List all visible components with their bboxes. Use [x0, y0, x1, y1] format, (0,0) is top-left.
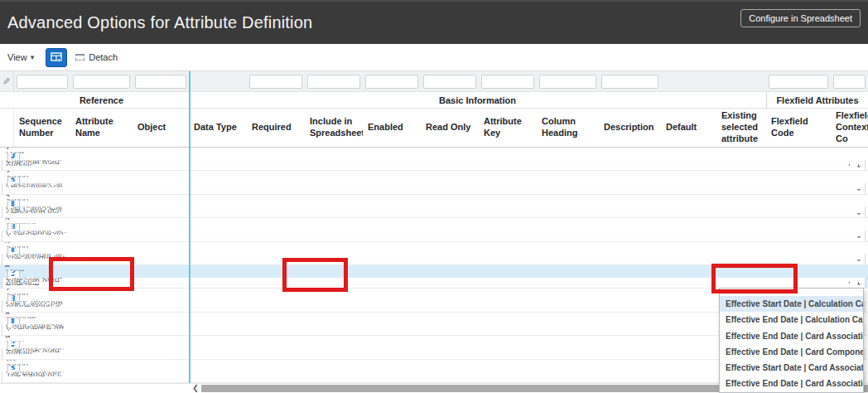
filter-cell-default — [661, 71, 716, 91]
filter-input-required[interactable] — [249, 75, 302, 89]
flexfield-context-input[interactable] — [2, 240, 866, 241]
flexfield-context-input[interactable] — [2, 192, 866, 194]
dropdown-option[interactable]: Effective End Date | Card Association|~ — [720, 328, 863, 344]
cell-flexfield-context — [0, 192, 868, 194]
filter-cell-existing-selected-attribute — [716, 71, 766, 91]
calendar-icon[interactable] — [849, 164, 859, 166]
edit-pencil-icon: ✎ — [2, 76, 10, 87]
filter-input-description[interactable] — [601, 75, 658, 89]
column-header-include-in-spreadsheet[interactable]: Include in Spreadsheet — [305, 109, 363, 147]
cell-flexfield-context — [0, 263, 868, 264]
detach-button[interactable]: Detach — [75, 52, 118, 62]
filter-input-object[interactable] — [135, 75, 186, 89]
flexfield-context-input[interactable] — [2, 216, 866, 217]
column-header-default[interactable]: Default — [661, 109, 716, 147]
dropdown-option[interactable]: Effective Start Date | Calculation Card|… — [720, 296, 863, 312]
filter-input-flexfield-context-co[interactable] — [833, 75, 866, 89]
dropdown-option[interactable]: Effective End Date | Calculation Card|~ — [720, 312, 863, 328]
filter-cell-object — [133, 71, 189, 91]
page-title: Advanced Options for Attribute Definitio… — [7, 13, 312, 32]
table-row[interactable]: 3DirCardDefini...Calculation C...String✓… — [0, 195, 868, 218]
column-header-required[interactable]: Required — [247, 109, 305, 147]
flexfield-context-input[interactable] — [2, 263, 866, 264]
toolbar: View ▾ Detach — [0, 44, 868, 71]
filter-input-enabled[interactable] — [365, 75, 418, 89]
dropdown-option[interactable]: Effective End Date | Card Component|~ — [720, 344, 863, 360]
row-edit-corner: ✎ — [0, 71, 14, 91]
dropdown-option[interactable]: Effective End Date | Card Association De… — [720, 376, 863, 391]
view-menu[interactable]: View ▾ — [7, 52, 34, 62]
column-header-flexfield-code[interactable]: Flexfield Code — [766, 109, 831, 147]
column-header-read-only[interactable]: Read Only — [421, 109, 479, 147]
scroll-left-icon[interactable]: ❮ — [190, 384, 200, 393]
filter-input-read-only[interactable] — [423, 75, 476, 89]
filter-cell-data-type — [189, 71, 247, 91]
filter-cell-column-heading — [537, 71, 599, 91]
column-header-description[interactable]: Description — [599, 109, 661, 147]
cell-flexfield-context — [0, 169, 868, 171]
filter-cell-sequence-number — [14, 71, 70, 91]
cell-flexfield-context — [0, 240, 868, 241]
column-header-column-heading[interactable]: Column Heading — [537, 109, 599, 147]
filter-cell-attribute-key — [479, 71, 537, 91]
column-header-enabled[interactable]: Enabled — [363, 109, 421, 147]
flexfield-context-input[interactable] — [2, 169, 866, 171]
filter-input-flexfield-code[interactable] — [769, 75, 828, 89]
table-row[interactable]: 5AssignmentN...Calculation C...String✓✓✓ — [0, 242, 868, 265]
filter-cell-enabled — [363, 71, 421, 91]
filter-cell-flexfield-context-co — [831, 71, 868, 91]
filter-input-sequence-number[interactable] — [17, 75, 68, 89]
column-header-existing-selected-attribute[interactable]: Existing selected attribute — [716, 109, 766, 147]
column-header-row: Sequence NumberAttribute NameObjectData … — [0, 109, 868, 148]
column-header-data-type[interactable]: Data Type — [189, 109, 247, 147]
title-bar: Advanced Options for Attribute Definitio… — [0, 0, 868, 44]
query-by-example-filter-button[interactable] — [46, 48, 67, 67]
calendar-icon[interactable] — [849, 282, 859, 284]
column-group-basic-information: Basic Information — [189, 92, 766, 109]
filter-input-column-heading[interactable] — [539, 75, 596, 89]
filter-input-attribute-name[interactable] — [73, 75, 130, 89]
filter-cell-description — [599, 71, 661, 91]
table-row[interactable]: 2LegislativeDa...Calculation C...String✓… — [0, 171, 868, 194]
column-header-sequence-number[interactable]: Sequence Number — [14, 109, 70, 147]
view-menu-label: View — [7, 52, 27, 62]
column-header-object[interactable]: Object — [133, 109, 189, 147]
column-group-header-row: ReferenceBasic InformationFlexfield Attr… — [0, 92, 868, 109]
column-header-attribute-name[interactable]: Attribute Name — [70, 109, 133, 147]
filter-cell-include-in-spreadsheet — [305, 71, 363, 91]
column-group-reference: Reference — [14, 92, 189, 109]
filter-input-attribute-key[interactable] — [481, 75, 534, 89]
filter-cell-attribute-name — [70, 71, 133, 91]
filter-cell-read-only — [421, 71, 479, 91]
header-corner — [0, 109, 14, 147]
detach-icon — [75, 54, 84, 61]
table-row[interactable]: 4CardSequenceCalculation C...Number✓✓✓ — [0, 218, 868, 241]
filter-row: ✎ — [0, 71, 868, 92]
column-header-flexfield-context-co[interactable]: Flexfield Context Co — [831, 109, 868, 147]
table-row[interactable]: 6EffectiveStart...Card Compo...Date✓✓m/d… — [0, 265, 868, 289]
filter-cell-flexfield-code — [766, 71, 831, 91]
dropdown-option[interactable]: Effective Start Date | Card Association … — [720, 360, 863, 376]
table-row[interactable]: 1EffectiveStart...Calculation C...Date✓✓… — [0, 148, 868, 171]
configure-in-spreadsheet-button[interactable]: Configure in Spreadsheet — [740, 9, 861, 27]
cell-flexfield-context — [0, 216, 868, 217]
filter-input-include-in-spreadsheet[interactable] — [307, 75, 360, 89]
column-group-flexfield-attributes: Flexfield Attributes — [766, 92, 868, 109]
filter-cell-required — [247, 71, 305, 91]
existing-attribute-dropdown-list: Effective Start Date | Calculation Card|… — [719, 288, 864, 393]
query-by-example-icon — [51, 52, 62, 63]
column-header-attribute-key[interactable]: Attribute Key — [479, 109, 537, 147]
detach-label: Detach — [89, 52, 118, 62]
frozen-pane-divider[interactable] — [189, 71, 190, 383]
chevron-down-icon: ▾ — [31, 53, 35, 61]
